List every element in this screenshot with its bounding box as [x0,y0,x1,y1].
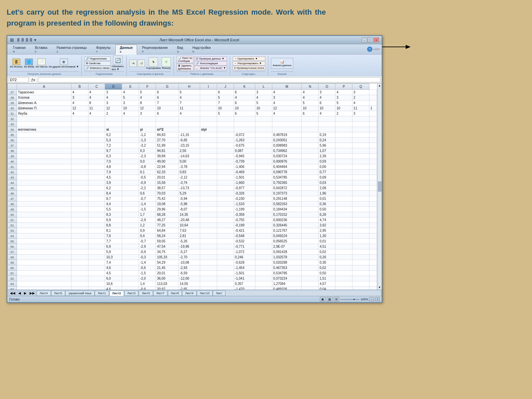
tab-view[interactable]: ВидО [173,45,188,55]
cell[interactable] [200,116,217,122]
cell[interactable]: Якуба [17,111,71,116]
restore-button[interactable]: □ [368,38,373,42]
cell[interactable]: 10 [122,106,139,111]
cell[interactable] [217,271,234,276]
cell[interactable]: 29,96 [156,207,179,212]
cell[interactable]: 4 [179,111,200,116]
cell[interactable] [234,127,255,132]
cell[interactable]: 59,05 [156,239,179,244]
cell[interactable] [88,164,105,170]
sheet-nav-right[interactable]: ▶ [23,291,28,296]
cell[interactable]: -1,660 [234,180,255,186]
cell[interactable]: 0,83 [179,170,200,175]
cell[interactable]: 0,087 [234,148,255,154]
cell[interactable]: -0,9 [139,180,156,186]
cell[interactable]: 5 [217,111,234,116]
cell[interactable] [122,249,139,255]
cell[interactable] [352,212,369,217]
cell[interactable]: 3 [71,95,88,100]
sheet-tab-list4[interactable]: Лист4 [37,291,51,296]
cell[interactable] [369,95,377,100]
cell[interactable]: 0,487819 [272,132,302,138]
scroll-thumb[interactable] [378,182,381,192]
col-header-q[interactable]: Q [352,84,369,90]
cell[interactable] [217,207,234,212]
cell[interactable] [302,287,319,290]
cell[interactable] [156,116,179,122]
cell[interactable]: 6,9 [105,244,122,249]
cell[interactable]: 0,24 [319,138,335,143]
cell[interactable] [319,116,335,122]
cell[interactable]: 15,58 [156,180,179,186]
cell[interactable]: 0,246 [234,255,255,260]
cell[interactable]: -2,65 [179,287,200,290]
cell[interactable] [71,276,88,281]
cell[interactable] [17,260,71,265]
cell[interactable]: -1,072 [234,249,255,255]
cell[interactable] [17,265,71,271]
cell[interactable] [369,223,377,228]
cell[interactable]: 4,5 [105,271,122,276]
cell[interactable] [369,154,377,159]
zoom-plus-btn[interactable]: + [375,297,380,301]
cell[interactable] [17,170,71,175]
cell[interactable] [200,244,217,249]
cell[interactable]: 0,357 [234,281,255,287]
col-header-l[interactable]: L [255,84,272,90]
cell[interactable]: -5,94 [179,196,200,201]
cell[interactable] [335,180,352,186]
cell[interactable] [369,287,377,290]
cell[interactable] [335,191,352,196]
col-header-m[interactable]: M [272,84,302,90]
cell[interactable] [71,175,88,180]
cell[interactable] [71,143,88,148]
cell[interactable] [302,186,319,191]
cell[interactable] [88,239,105,244]
cell[interactable] [217,287,234,290]
cell[interactable]: 14,55 [179,281,200,287]
name-box[interactable]: D72 [9,77,29,82]
cell[interactable]: 4,74 [319,217,335,223]
cell[interactable] [352,170,369,175]
cell[interactable]: 1,7 [139,212,156,217]
cell[interactable] [88,154,105,159]
cell[interactable] [200,154,217,159]
from-access-btn[interactable]: 🗄 Из Access [10,59,22,68]
cell[interactable]: 10,3 [105,255,122,260]
cell[interactable]: 10,64 [179,223,200,228]
cell[interactable]: -0,675 [234,143,255,148]
cell[interactable]: -11,15 [179,132,200,138]
cell[interactable]: 4,57 [319,281,335,287]
cell[interactable]: -5,26 [179,239,200,244]
cell[interactable] [122,164,139,170]
cell[interactable]: 105,33 [156,255,179,260]
cell[interactable] [335,175,352,180]
cell[interactable] [352,148,369,154]
cell[interactable]: -6,59 [179,271,200,276]
cell[interactable]: 12 [105,106,122,111]
col-header-o[interactable]: O [319,84,335,90]
cell[interactable] [71,233,88,239]
cell[interactable] [302,132,319,138]
cell[interactable] [200,186,217,191]
cell[interactable] [71,223,88,228]
cell[interactable] [302,265,319,271]
cell[interactable]: -1,406 [234,164,255,170]
cell[interactable] [369,239,377,244]
cell[interactable] [255,228,272,233]
cell[interactable] [302,201,319,207]
cell[interactable] [255,223,272,228]
cell[interactable] [369,138,377,143]
cell[interactable] [200,196,217,201]
cell[interactable] [105,116,122,122]
cell[interactable] [17,255,71,260]
cell[interactable]: Хлопов [17,95,71,100]
cell[interactable] [17,175,71,180]
cell[interactable]: 10 [234,106,255,111]
cell[interactable]: 4,6 [105,287,122,290]
cell[interactable] [217,223,234,228]
cell[interactable] [352,191,369,196]
cell[interactable]: 10 [255,106,272,111]
cell[interactable] [122,132,139,138]
cell[interactable] [369,100,377,106]
